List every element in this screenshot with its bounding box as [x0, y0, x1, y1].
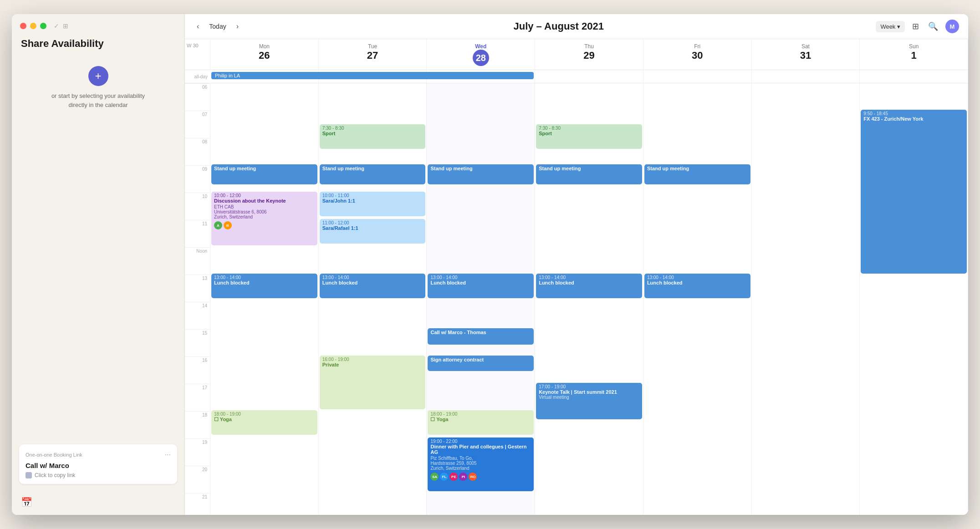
sidebar-hint: or start by selecting your availability …: [51, 92, 145, 109]
calendar-title: July – August 2021: [249, 20, 868, 32]
hour-14: 14: [185, 302, 210, 329]
day-header-sat: Sat 31: [752, 39, 860, 70]
allday-fri: [643, 70, 752, 83]
event-lunch-mon[interactable]: 13:00 - 14:00 Lunch blocked: [211, 274, 317, 298]
allday-thu: [535, 70, 643, 83]
app-window: ✓ ⊞ Share Availability + or start by sel…: [12, 14, 968, 515]
allday-mon: Philip in LA: [210, 70, 319, 83]
minimize-button[interactable]: [30, 23, 36, 29]
calendar-controls-right: Week ▾ ⊞ 🔍 M: [876, 20, 959, 33]
booking-link-row[interactable]: Click to copy link: [26, 472, 171, 478]
calendar-nav: ‹ Today ›: [194, 20, 241, 32]
next-button[interactable]: ›: [234, 20, 241, 32]
event-yoga-mon[interactable]: 18:00 - 19:00 ☐ Yoga: [211, 410, 317, 435]
booking-label: One-on-one Booking Link: [26, 452, 82, 458]
event-lunch-wed[interactable]: 13:00 - 14:00 Lunch blocked: [428, 274, 534, 298]
search-button[interactable]: 🔍: [926, 20, 940, 33]
event-dinner-pier[interactable]: 19:00 - 22:00 Dinner with Pier and colle…: [428, 437, 534, 491]
booking-link-section: One-on-one Booking Link ··· Call w/ Marc…: [19, 444, 177, 484]
days-columns: Stand up meeting 10:00 - 12:00 Discussio…: [210, 83, 968, 515]
allday-row: all-day Philip in LA: [185, 70, 968, 83]
hour-10: 10: [185, 193, 210, 220]
day-column-tue: 7:30 - 8:30 Sport Stand up meeting 10:00…: [319, 83, 427, 515]
today-button[interactable]: Today: [205, 21, 230, 32]
hour-18: 18: [185, 411, 210, 438]
event-standup-fri[interactable]: Stand up meeting: [644, 164, 750, 184]
calendar-icon-button[interactable]: 📅: [21, 497, 32, 507]
day-column-sun: 9:50 - 18:45 FX 423 - Zurich/New York: [860, 83, 968, 515]
hour-13: 13: [185, 275, 210, 302]
days-header: W 30 Mon 26 Tue 27 Wed 28 Thu 29 Fri 30: [185, 39, 968, 70]
hour-08: 08: [185, 138, 210, 165]
grid-view-button[interactable]: ⊞: [910, 20, 921, 33]
link-icon: [26, 472, 32, 478]
time-grid: 06 07 08 09 10 11 Noon 13 14 15 16 17 18…: [185, 83, 968, 515]
day-column-sat: [752, 83, 860, 515]
event-sara-rafael[interactable]: 11:00 - 12:00 Sara/Rafael 1:1: [320, 219, 426, 244]
allday-label: all-day: [185, 70, 210, 83]
event-lunch-thu[interactable]: 13:00 - 14:00 Lunch blocked: [536, 274, 642, 298]
day-column-thu: 7:30 - 8:30 Sport Stand up meeting 13:00…: [535, 83, 643, 515]
plus-icon: +: [95, 71, 101, 81]
allday-event-philip-in-la[interactable]: Philip in LA: [211, 72, 534, 79]
event-fx423-flight[interactable]: 9:50 - 18:45 FX 423 - Zurich/New York: [861, 110, 967, 274]
day-header-fri: Fri 30: [643, 39, 752, 70]
week-label: W 30: [185, 39, 210, 70]
hour-15: 15: [185, 329, 210, 356]
hour-19: 19: [185, 438, 210, 466]
allday-sun: [860, 70, 968, 83]
event-standup-wed[interactable]: Stand up meeting: [428, 164, 534, 184]
day-header-mon: Mon 26: [210, 39, 319, 70]
copy-link-text[interactable]: Click to copy link: [35, 472, 75, 478]
add-availability-section: + or start by selecting your availabilit…: [12, 59, 184, 117]
event-private-tue[interactable]: 16:00 - 19:00 Private: [320, 356, 426, 409]
allday-sat: [752, 70, 860, 83]
day-column-fri: Stand up meeting 13:00 - 14:00 Lunch blo…: [643, 83, 752, 515]
event-yoga-wed[interactable]: 18:00 - 19:00 ☐ Yoga: [428, 410, 534, 435]
day-header-wed: Wed 28: [427, 39, 535, 70]
user-avatar[interactable]: M: [945, 20, 959, 33]
prev-button[interactable]: ‹: [194, 20, 202, 32]
hour-09: 09: [185, 165, 210, 193]
hour-07: 07: [185, 111, 210, 138]
window-controls: ✓ ⊞: [12, 14, 184, 34]
event-sport-thu[interactable]: 7:30 - 8:30 Sport: [536, 124, 642, 149]
event-sport-tue[interactable]: 7:30 - 8:30 Sport: [320, 124, 426, 149]
sidebar-title: Share Availability: [12, 34, 184, 59]
booking-menu-button[interactable]: ···: [165, 451, 171, 459]
close-button[interactable]: [20, 23, 26, 29]
day-column-wed: Stand up meeting 13:00 - 14:00 Lunch blo…: [427, 83, 535, 515]
booking-name: Call w/ Marco: [26, 462, 171, 469]
event-standup-tue[interactable]: Stand up meeting: [320, 164, 426, 184]
event-standup-thu[interactable]: Stand up meeting: [536, 164, 642, 184]
hour-noon: Noon: [185, 247, 210, 275]
week-view-selector[interactable]: Week ▾: [876, 21, 905, 32]
event-lunch-tue[interactable]: 13:00 - 14:00 Lunch blocked: [320, 274, 426, 298]
day-header-sun: Sun 1: [860, 39, 968, 70]
hour-16: 16: [185, 356, 210, 384]
event-standup-mon[interactable]: Stand up meeting: [211, 164, 317, 184]
event-lunch-fri[interactable]: 13:00 - 14:00 Lunch blocked: [644, 274, 750, 298]
hour-17: 17: [185, 384, 210, 411]
event-discussion-keynote[interactable]: 10:00 - 12:00 Discussion about the Keyno…: [211, 192, 317, 245]
calendar-main: ‹ Today › July – August 2021 Week ▾ ⊞ 🔍 …: [185, 14, 968, 515]
hour-20: 20: [185, 466, 210, 493]
hour-11: 11: [185, 220, 210, 247]
booking-header: One-on-one Booking Link ···: [26, 451, 171, 459]
hour-06: 06: [185, 83, 210, 111]
event-keynote-talk[interactable]: 17:00 - 19:00 Keynote Talk | Start summi…: [536, 383, 642, 419]
hour-21: 21: [185, 493, 210, 515]
day-header-tue: Tue 27: [319, 39, 427, 70]
event-sign-attorney[interactable]: Sign attorney contract: [428, 356, 534, 371]
event-call-marco-thomas[interactable]: Call w/ Marco - Thomas: [428, 328, 534, 345]
calendar-header: ‹ Today › July – August 2021 Week ▾ ⊞ 🔍 …: [185, 14, 968, 39]
event-sara-john[interactable]: 10:00 - 11:00 Sara/John 1:1: [320, 192, 426, 216]
day-column-mon: Stand up meeting 10:00 - 12:00 Discussio…: [210, 83, 319, 515]
add-availability-button[interactable]: +: [88, 66, 108, 86]
time-labels: 06 07 08 09 10 11 Noon 13 14 15 16 17 18…: [185, 83, 210, 515]
maximize-button[interactable]: [40, 23, 46, 29]
sidebar: ✓ ⊞ Share Availability + or start by sel…: [12, 14, 185, 515]
sidebar-bottom: 📅: [12, 491, 184, 515]
day-header-thu: Thu 29: [535, 39, 643, 70]
